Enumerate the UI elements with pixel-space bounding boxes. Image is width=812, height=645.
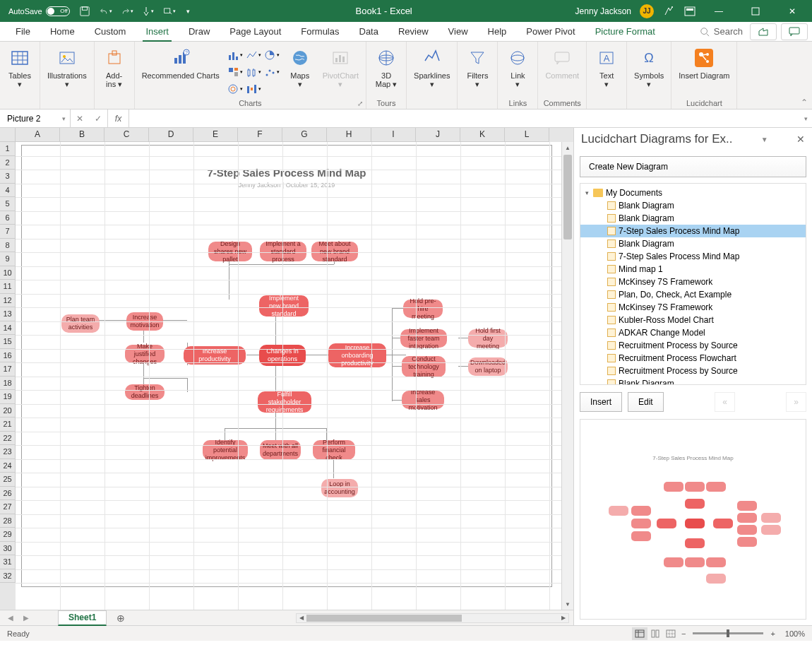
zoom-out-button[interactable]: − [679,629,688,638]
row-header[interactable]: 13 [0,307,16,321]
formula-input[interactable]: ▾ [129,110,812,127]
column-header[interactable]: A [16,128,60,142]
row-header[interactable]: 28 [0,514,16,528]
tree-document-item[interactable]: McKinsey 7S Framework [580,301,806,314]
text-button[interactable]: A Text▾ [591,45,622,88]
qat-dropdown-icon[interactable]: ▾ [184,5,193,18]
row-header[interactable]: 10 [0,266,16,280]
addins-button[interactable]: Add-ins ▾ [99,45,130,88]
column-header[interactable]: C [105,128,149,142]
scroll-left-icon[interactable]: ◀ [297,615,306,621]
select-all-corner[interactable] [0,128,16,142]
pie-chart-icon[interactable]: ▾ [263,47,280,63]
waterfall-chart-icon[interactable]: ▾ [245,81,262,97]
hscroll-thumb[interactable] [306,615,462,622]
tab-formulas[interactable]: Formulas [291,22,349,42]
next-page-button[interactable]: » [786,392,806,412]
row-header[interactable]: 20 [0,404,16,418]
row-header[interactable]: 26 [0,487,16,501]
tree-document-item[interactable]: McKinsey 7S Framework [580,276,806,288]
qat-custom-icon[interactable]: ▾ [163,5,176,18]
minimize-button[interactable]: — [705,1,733,21]
zoom-in-button[interactable]: + [768,629,777,638]
row-header[interactable]: 5 [0,197,16,211]
symbols-button[interactable]: Ω Symbols▾ [631,45,667,88]
chart-gallery[interactable]: ▾ ▾ ▾ ▾ ▾ ▾ ▾ ▾ [227,45,280,97]
expand-formula-icon[interactable]: ▾ [804,115,808,122]
row-header[interactable]: 7 [0,225,16,239]
tree-document-item[interactable]: Recruitment Process by Source [580,339,806,352]
autosave-toggle[interactable]: AutoSave Off [8,6,70,16]
row-header[interactable]: 6 [0,211,16,225]
vertical-scrollbar[interactable]: ▲ ▼ [561,142,573,610]
link-button[interactable]: Link▾ [502,45,533,88]
undo-icon[interactable]: ▾ [100,5,112,18]
row-header[interactable]: 25 [0,473,16,487]
name-box[interactable]: Picture 2 [0,110,71,127]
row-header[interactable]: 3 [0,170,16,184]
touch-icon[interactable]: ▾ [142,5,155,18]
row-header[interactable]: 24 [0,459,16,473]
insert-button[interactable]: Insert [580,392,622,412]
row-header[interactable]: 12 [0,294,16,308]
column-header[interactable]: J [416,128,460,142]
add-sheet-button[interactable]: ⊕ [112,612,129,625]
tree-document-item[interactable]: 7-Step Sales Process Mind Map [580,250,806,263]
row-header[interactable]: 22 [0,432,16,446]
redo-icon[interactable]: ▾ [121,5,133,18]
tab-insert[interactable]: Insert [136,22,179,42]
row-header[interactable]: 2 [0,156,16,170]
zoom-slider[interactable] [693,632,763,634]
column-header[interactable]: D [149,128,193,142]
column-header[interactable]: L [505,128,549,142]
tree-document-item[interactable]: ADKAR Change Model [580,326,806,339]
tab-custom[interactable]: Custom [85,22,136,42]
tab-file[interactable]: File [6,22,40,42]
tree-document-item[interactable]: Blank Diagram [580,212,806,225]
filters-button[interactable]: Filters▾ [462,45,493,88]
sheet-nav-prev[interactable]: ◀ [4,614,17,622]
tab-help[interactable]: Help [478,22,517,42]
column-header[interactable]: G [282,128,327,142]
tab-view[interactable]: View [438,22,478,42]
tab-page-layout[interactable]: Page Layout [220,22,291,42]
tree-root[interactable]: ▾ My Documents [580,187,806,199]
tab-draw[interactable]: Draw [179,22,220,42]
tree-document-item[interactable]: Mind map 1 [580,263,806,276]
row-header[interactable]: 21 [0,418,16,432]
tree-document-item[interactable]: Recruitment Process Flowchart [580,352,806,365]
view-page-layout-icon[interactable] [647,627,663,640]
row-header[interactable]: 14 [0,321,16,336]
cells-area[interactable]: 7-Step Sales Process Mind Map Jenny Jack… [16,142,561,610]
comment-button[interactable]: Comment [542,45,582,80]
tab-review[interactable]: Review [388,22,438,42]
tree-document-item[interactable]: 7-Step Sales Process Mind Map [580,225,806,237]
hierarchy-chart-icon[interactable]: ▾ [227,64,244,80]
pivotchart-button[interactable]: PivotChart▾ [320,45,362,88]
coming-soon-icon[interactable] [662,5,675,18]
view-normal-icon[interactable] [632,627,647,640]
tree-document-item[interactable]: Blank Diagram [580,237,806,250]
row-header[interactable]: 9 [0,252,16,266]
combo-chart-icon[interactable]: ▾ [227,81,244,97]
collapse-ribbon-icon[interactable]: ⌃ [801,97,808,107]
comments-pane-button[interactable] [781,23,808,40]
ribbon-mode-icon[interactable] [683,5,696,18]
scroll-right-icon[interactable]: ▶ [559,615,568,621]
zoom-level[interactable]: 100% [785,629,805,638]
horizontal-scrollbar[interactable]: ◀ ▶ [296,613,569,623]
cancel-formula-button[interactable]: ✕ [71,114,89,124]
recommended-charts-button[interactable]: ? Recommended Charts [139,45,222,80]
maximize-button[interactable] [741,1,770,21]
column-header[interactable]: K [460,128,505,142]
panel-menu-icon[interactable]: ▼ [761,136,768,143]
row-header[interactable]: 17 [0,362,16,377]
column-header[interactable]: B [60,128,105,142]
column-header[interactable]: H [327,128,371,142]
tree-document-item[interactable]: Recruitment Process by Source [580,365,806,377]
row-header[interactable]: 8 [0,239,16,253]
row-header[interactable]: 19 [0,390,16,404]
edit-button[interactable]: Edit [628,392,664,412]
illustrations-button[interactable]: Illustrations▾ [44,45,90,88]
tab-power-pivot[interactable]: Power Pivot [516,22,585,42]
